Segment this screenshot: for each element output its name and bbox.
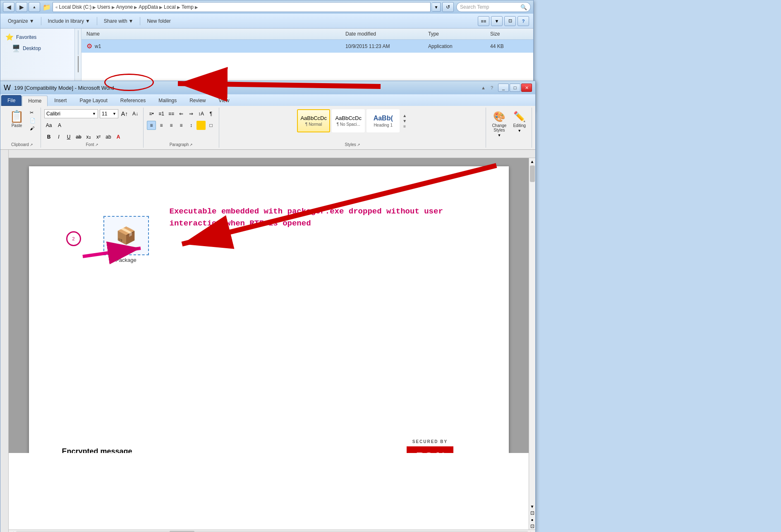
minimize-button[interactable]: _ [498,84,509,92]
bullet-list-button[interactable]: ≡• [147,109,156,118]
align-center-button[interactable]: ≡ [157,121,166,130]
scroll-thumb[interactable] [530,165,535,182]
font-family-selector[interactable]: Calibri ▼ [44,109,98,118]
forward-button[interactable]: ▶ [16,2,27,12]
scroll-down-icon[interactable]: ▼ [402,119,407,123]
tab-references[interactable]: References [114,95,152,106]
clear-formatting-button[interactable]: A [55,121,64,130]
sidebar-item-favorites[interactable]: ⭐ Favorites [4,32,71,42]
next-page-button[interactable]: ⊡ [529,523,535,530]
address-bar[interactable]: « Local Disk (C:) ▶ Users ▶ Anyone ▶ App… [53,2,431,12]
maximize-button[interactable]: □ [510,84,520,92]
file-list-header: Name Date modified Type Size [81,29,533,40]
styles-expand-icon[interactable]: ↗ [357,143,360,147]
word-scrollbar-right[interactable]: ▲ ▼ ⊡ ● ⊡ [529,158,535,530]
align-left-button[interactable]: ≡ [147,121,156,130]
sort-button[interactable]: ↕A [196,109,206,118]
font-expand-icon[interactable]: ↗ [95,143,98,147]
scroll-up-button[interactable]: ▲ [529,158,535,165]
subscript-button[interactable]: x₂ [84,132,93,141]
shading-button[interactable] [196,121,206,130]
paste-button[interactable]: 📋 Paste [7,109,26,129]
tab-review[interactable]: Review [183,95,212,106]
style-normal[interactable]: AaBbCcDc ¶ Normal [297,109,330,132]
scroll-up-icon[interactable]: ▲ [402,113,407,118]
column-size[interactable]: Size [489,30,530,38]
preview-pane-button[interactable]: ⊡ [504,16,516,26]
minimize-ribbon-btn[interactable]: ▲ [481,85,486,90]
help-icon[interactable]: ? [491,85,493,90]
font-size-dropdown-icon: ▼ [113,112,116,116]
prev-page-button[interactable]: ⊡ [529,510,535,516]
align-right-button[interactable]: ≡ [167,121,176,130]
font-size-selector[interactable]: 11 ▼ [100,109,118,118]
style-normal-preview: AaBbCcDc [300,115,327,121]
show-marks-button[interactable]: ¶ [206,109,216,118]
font-color-button[interactable]: A [114,132,123,141]
scroll-more-icon[interactable]: ≡ [403,124,406,129]
italic-button[interactable]: I [54,132,63,141]
justify-button[interactable]: ≡ [177,121,186,130]
embedded-package[interactable]: 📦 Package [103,216,149,263]
grow-font-button[interactable]: A↑ [120,109,129,118]
address-dropdown[interactable]: ▼ [432,2,441,12]
increase-indent-button[interactable]: ⇒ [187,109,196,118]
sidebar-item-desktop[interactable]: 🖥️ Desktop [4,43,71,53]
column-date[interactable]: Date modified [344,30,426,38]
shrink-font-button[interactable]: A↓ [131,109,140,118]
view-dropdown[interactable]: ▼ [491,16,503,26]
help-button[interactable]: ? [517,16,529,26]
tab-file[interactable]: File [1,95,22,106]
new-folder-button[interactable]: New folder [144,17,174,26]
numbered-list-button[interactable]: ≡1 [157,109,166,118]
scroll-left-button[interactable]: ◀ [9,530,15,532]
scroll-track [529,165,535,503]
tab-home[interactable]: Home [22,96,48,106]
strikethrough-button[interactable]: ab [74,132,83,141]
styles-scroll[interactable]: ▲ ▼ ≡ [401,113,408,129]
multilevel-list-button[interactable]: ≡≡ [167,109,176,118]
borders-button[interactable]: □ [206,121,216,130]
word-scrollbar-bottom[interactable]: ◀ ▶ [9,530,535,532]
bold-button[interactable]: B [44,132,53,141]
back-button[interactable]: ◀ [3,2,14,12]
line-spacing-button[interactable]: ↕ [187,121,196,130]
select-object-button[interactable]: ● [529,516,535,523]
word-document-area[interactable]: 📦 Package Executable embedded with packa… [9,158,529,453]
decrease-indent-button[interactable]: ⇐ [177,109,186,118]
tab-mailings[interactable]: Mailings [152,95,183,106]
column-type[interactable]: Type [426,30,489,38]
superscript-button[interactable]: x² [94,132,103,141]
copy-button[interactable]: 📄 [28,117,37,124]
scroll-down-button[interactable]: ▼ [529,503,535,510]
text-highlight-button[interactable]: ab [104,132,113,141]
column-name[interactable]: Name [85,30,344,38]
editing-button[interactable]: ✏️ Editing ▼ [510,109,528,134]
h-scroll-thumb[interactable] [170,531,194,532]
table-row[interactable]: ⚙ w1 10/9/2015 11:23 AM Application 44 K… [81,40,533,53]
cut-button[interactable]: ✂ [28,109,37,116]
style-no-spacing[interactable]: AaBbCcDc ¶ No Spaci... [332,109,365,132]
file-size-cell: 44 KB [489,43,530,50]
font-case-button[interactable]: Aa [44,121,53,130]
tab-insert[interactable]: Insert [48,95,73,106]
format-painter-button[interactable]: 🖌 [28,125,37,132]
scroll-right-button[interactable]: ▶ [529,530,535,532]
tab-view[interactable]: View [213,95,236,106]
tab-page-layout[interactable]: Page Layout [73,95,113,106]
underline-button[interactable]: U [64,132,73,141]
share-with-button[interactable]: Share with ▼ [101,17,137,26]
organize-button[interactable]: Organize ▼ [5,17,38,26]
up-button[interactable]: ▲ [29,2,40,12]
search-box[interactable]: Search Temp 🔍 [456,2,531,12]
include-library-button[interactable]: Include in library ▼ [45,17,93,26]
path-temp: Temp [182,4,194,10]
file-name-cell: ⚙ w1 [85,41,344,51]
clipboard-expand-icon[interactable]: ↗ [30,143,33,147]
refresh-button[interactable]: ↺ [442,2,454,12]
change-styles-button[interactable]: 🎨 ChangeStyles ▼ [489,109,509,139]
close-button[interactable]: ✕ [521,84,532,92]
paragraph-expand-icon[interactable]: ↗ [189,143,193,147]
list-view-button[interactable]: ≡≡ [478,16,489,26]
style-heading1[interactable]: AaBb( Heading 1 [367,109,400,132]
